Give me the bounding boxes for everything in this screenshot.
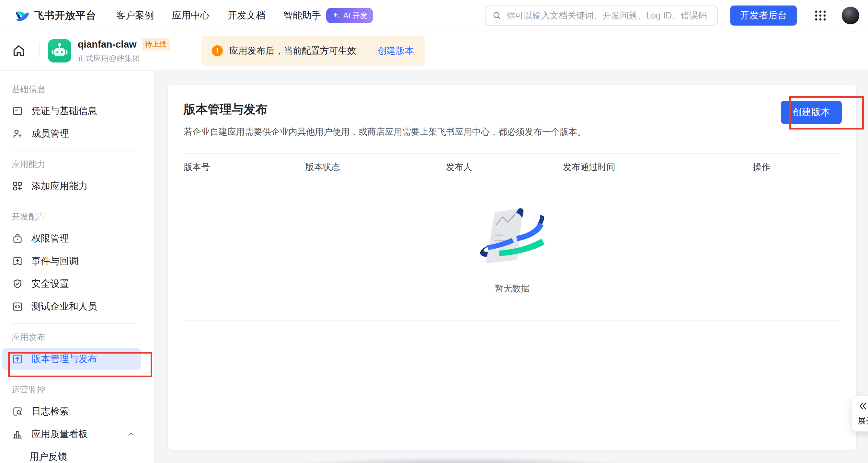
version-management-card: 版本管理与发布 若企业自建应用需要供企业内其他用户使用，或商店应用需要上架飞书应… [168,85,857,450]
column-version-number: 版本号 [184,161,305,173]
app-avatar-robot [48,39,71,63]
publish-notice-banner: ! 应用发布后，当前配置方可生效 创建版本 [201,36,425,66]
code-brackets-icon [12,301,23,312]
vertical-divider [39,43,39,58]
page-title: 版本管理与发布 [184,101,841,118]
sidebar-subitem-user-feedback[interactable]: 用户反馈 [0,446,154,463]
double-chevron-left-icon [858,401,868,411]
expand-label: 展开 [858,415,868,426]
sidebar-item-log-search[interactable]: 日志检索 [2,400,141,423]
sidebar-item-test-company[interactable]: 测试企业和人员 [2,296,141,318]
empty-state: 暂无数据 [184,181,841,321]
sidebar-item-credentials[interactable]: 凭证与基础信息 [2,100,141,122]
bottom-window-shadow [194,454,725,463]
sidebar-item-label: 日志检索 [31,405,69,418]
credential-card-icon [12,105,23,117]
top-nav: 客户案例 应用中心 开发文档 智能助手 AI 开发 [116,8,373,23]
expand-helper-panel[interactable]: 展开 [851,396,868,432]
brand-name: 飞书开放平台 [34,9,96,22]
sidebar-group-dev-config: 开发配置 [12,211,154,223]
user-avatar[interactable] [841,6,860,25]
sidebar-item-label: 权限管理 [31,232,69,245]
event-callback-icon [12,256,23,267]
column-version-status: 版本状态 [305,161,446,173]
add-capability-icon [12,180,23,192]
sidebar-item-label: 测试企业和人员 [31,300,97,313]
nav-item-ai-assistant[interactable]: 智能助手 [283,9,321,22]
column-publisher: 发布人 [446,161,563,173]
developer-console-button[interactable]: 开发者后台 [730,5,797,26]
page-description: 若企业自建应用需要供企业内其他用户使用，或商店应用需要上架飞书应用中心，都必须发… [184,126,841,138]
top-header: 飞书开放平台 客户案例 应用中心 开发文档 智能助手 AI 开发 开发者后台 [0,0,868,31]
sidebar-item-members[interactable]: 成员管理 [2,123,141,145]
member-add-icon [12,128,23,139]
nav-item-customer-cases[interactable]: 客户案例 [116,9,154,22]
robot-icon [50,41,69,61]
sidebar-item-add-capability[interactable]: 添加应用能力 [2,175,141,197]
ai-dev-badge[interactable]: AI 开发 [326,8,373,23]
version-table-header: 版本号 版本状态 发布人 发布通过时间 操作 [184,153,841,181]
sidebar-divider [12,151,136,151]
sidebar-divider [12,376,136,376]
sparkle-icon [332,11,340,20]
nav-item-dev-docs[interactable]: 开发文档 [228,9,265,22]
sidebar-divider [12,203,136,203]
sidebar-item-label: 添加应用能力 [31,180,88,193]
column-publish-time: 发布通过时间 [563,161,753,173]
notice-text: 应用发布后，当前配置方可生效 [229,45,356,57]
sidebar-item-quality-dashboard[interactable]: 应用质量看板 [2,423,141,445]
global-search[interactable] [485,5,718,26]
shield-check-icon [12,278,23,290]
sidebar-item-label: 安全设置 [31,277,69,290]
sidebar-group-operations: 运营监控 [12,384,154,395]
sidebar-group-basic-info: 基础信息 [12,84,154,95]
sidebar-item-label: 凭证与基础信息 [31,105,97,118]
empty-state-text: 暂无数据 [495,283,530,294]
ai-dev-badge-label: AI 开发 [343,11,367,21]
apps-grid-icon[interactable] [814,9,827,22]
sidebar: 基础信息 凭证与基础信息 成员管理 应用能力 添加应用能力 开发配置 [0,71,155,463]
feishu-logo-icon [14,8,29,23]
sidebar-item-label: 事件与回调 [31,255,79,268]
notice-create-version-link[interactable]: 创建版本 [378,45,414,57]
app-meta: qianfan-claw 待上线 正式应用@蟀集团 [78,38,170,63]
sidebar-item-label: 应用质量看板 [31,428,88,441]
app-subtitle: 正式应用@蟀集团 [78,53,170,63]
home-icon [11,43,26,58]
warning-icon: ! [212,45,223,56]
bar-chart-icon [12,428,23,440]
column-actions: 操作 [753,161,841,173]
feishu-open-platform-page: 飞书开放平台 客户案例 应用中心 开发文档 智能助手 AI 开发 开发者后台 [0,0,868,463]
lock-icon [12,233,23,244]
chevron-up-icon[interactable] [127,430,135,438]
log-search-icon [12,406,23,417]
sidebar-item-label: 成员管理 [31,127,69,140]
search-input[interactable] [506,11,711,21]
app-name: qianfan-claw [78,39,137,50]
sidebar-group-capabilities: 应用能力 [12,159,154,170]
nav-item-app-center[interactable]: 应用中心 [172,9,210,22]
sidebar-divider [12,324,136,324]
sidebar-item-security[interactable]: 安全设置 [2,273,141,295]
status-badge: 待上线 [142,38,170,51]
home-button[interactable] [10,42,27,59]
empty-data-illustration [478,207,547,268]
sidebar-item-version-management[interactable]: 版本管理与发布 [2,348,141,370]
sidebar-item-events-callbacks[interactable]: 事件与回调 [2,250,141,272]
app-bar: qianfan-claw 待上线 正式应用@蟀集团 ! 应用发布后，当前配置方可… [0,31,868,71]
sidebar-item-label: 用户反馈 [29,451,67,463]
brand[interactable]: 飞书开放平台 [14,8,96,23]
sidebar-group-app-release: 应用发布 [12,332,154,343]
create-version-button[interactable]: 创建版本 [781,101,842,124]
sidebar-item-label: 版本管理与发布 [31,353,97,366]
publish-upload-icon [12,353,23,365]
sidebar-item-permissions[interactable]: 权限管理 [2,228,141,250]
main-content: 版本管理与发布 若企业自建应用需要供企业内其他用户使用，或商店应用需要上架飞书应… [155,71,868,463]
search-icon [492,11,502,21]
